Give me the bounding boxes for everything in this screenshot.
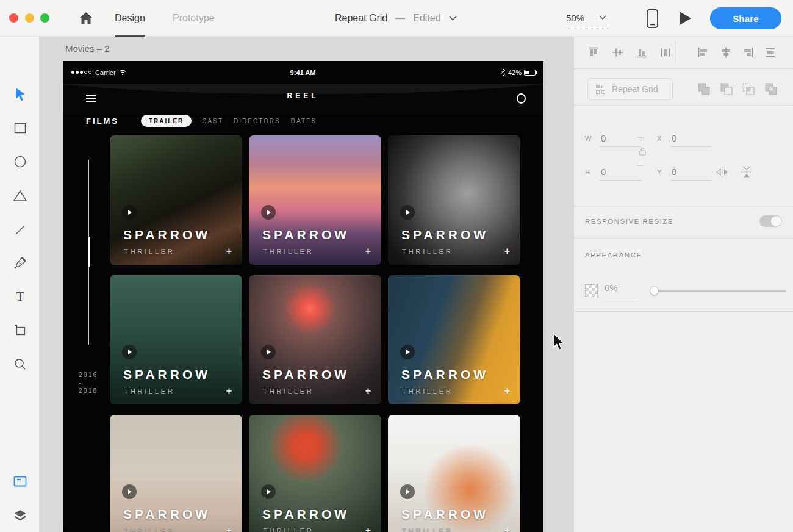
opacity-value[interactable]: 0% bbox=[605, 282, 618, 293]
add-icon[interactable]: + bbox=[365, 246, 371, 257]
play-icon[interactable] bbox=[261, 345, 276, 359]
distribute-horizontal-icon[interactable] bbox=[659, 46, 672, 59]
home-icon[interactable] bbox=[78, 10, 94, 26]
profile-icon[interactable] bbox=[517, 93, 526, 104]
add-icon[interactable]: + bbox=[226, 246, 232, 257]
select-tool[interactable] bbox=[12, 87, 28, 102]
align-bottom-icon[interactable] bbox=[636, 46, 648, 59]
lock-aspect-icon[interactable] bbox=[639, 147, 647, 156]
boolean-intersect-icon[interactable] bbox=[742, 82, 755, 96]
timeline-thumb[interactable] bbox=[88, 237, 90, 267]
divider bbox=[574, 105, 793, 106]
add-icon[interactable]: + bbox=[504, 386, 510, 397]
tab-design[interactable]: Design bbox=[115, 0, 145, 37]
height-underline bbox=[600, 180, 641, 181]
add-icon[interactable]: + bbox=[504, 246, 510, 257]
responsive-resize-toggle[interactable] bbox=[759, 215, 782, 227]
add-icon[interactable]: + bbox=[365, 525, 371, 532]
battery-percent: 42% bbox=[508, 69, 522, 76]
zoom-level-control[interactable]: 50% bbox=[566, 0, 606, 37]
y-field[interactable]: 0 bbox=[672, 167, 676, 177]
distribute-vertical-icon[interactable] bbox=[764, 46, 777, 59]
minimize-window-button[interactable] bbox=[25, 13, 34, 23]
document-title-group[interactable]: Repeat Grid — Edited bbox=[335, 0, 457, 37]
filter-directors[interactable]: DIRECTORS bbox=[234, 118, 281, 124]
movie-card[interactable]: SPARROW THRILLER+ bbox=[249, 275, 381, 404]
play-preview-icon[interactable] bbox=[680, 12, 691, 25]
phone-status-bar: Carrier 9:41 AM 42% bbox=[63, 61, 543, 84]
card-genre: THRILLER bbox=[263, 527, 314, 532]
card-title: SPARROW bbox=[123, 507, 210, 522]
divider bbox=[574, 206, 793, 207]
document-title: Repeat Grid bbox=[335, 13, 387, 24]
align-center-icon[interactable] bbox=[720, 46, 732, 59]
movie-card[interactable]: SPARROW THRILLER+ bbox=[388, 135, 520, 265]
artboard-title[interactable]: Movies – 2 bbox=[65, 43, 110, 54]
filter-dates[interactable]: DATES bbox=[291, 118, 317, 124]
link-bracket bbox=[637, 137, 644, 145]
device-preview-icon[interactable] bbox=[647, 9, 658, 28]
close-window-button[interactable] bbox=[9, 13, 18, 23]
design-canvas[interactable]: Movies – 2 Carrier 9:41 AM 42% REEL FILM… bbox=[40, 37, 573, 532]
width-field[interactable]: 0 bbox=[601, 133, 606, 143]
timeline-separator: - bbox=[79, 379, 98, 387]
polygon-tool[interactable] bbox=[12, 188, 28, 204]
zoom-window-button[interactable] bbox=[40, 13, 49, 23]
play-icon[interactable] bbox=[261, 205, 276, 220]
play-icon[interactable] bbox=[122, 484, 137, 499]
play-icon[interactable] bbox=[400, 345, 415, 359]
align-left-icon[interactable] bbox=[697, 46, 709, 59]
align-top-icon[interactable] bbox=[587, 46, 600, 59]
mouse-cursor-icon bbox=[552, 332, 565, 351]
boolean-add-icon[interactable] bbox=[697, 82, 711, 96]
play-icon[interactable] bbox=[400, 205, 415, 220]
artboard-tool[interactable] bbox=[12, 322, 28, 338]
text-tool[interactable]: T bbox=[12, 289, 28, 304]
tab-prototype[interactable]: Prototype bbox=[173, 0, 214, 37]
movie-card[interactable]: SPARROW THRILLER+ bbox=[110, 135, 242, 265]
movie-card[interactable]: SPARROW THRILLER+ bbox=[249, 415, 381, 532]
width-label: W bbox=[585, 135, 591, 142]
screens-panel-icon[interactable] bbox=[12, 473, 28, 489]
pen-tool[interactable] bbox=[12, 255, 28, 271]
movie-card[interactable]: SPARROW THRILLER+ bbox=[110, 275, 242, 404]
filter-trailer[interactable]: TRAILER bbox=[141, 115, 192, 127]
add-icon[interactable]: + bbox=[504, 525, 510, 532]
movie-card[interactable]: SPARROW THRILLER+ bbox=[249, 135, 381, 265]
movie-card[interactable]: SPARROW THRILLER+ bbox=[388, 275, 520, 404]
line-tool[interactable] bbox=[12, 222, 28, 238]
movie-card[interactable]: SPARROW THRILLER+ bbox=[388, 415, 520, 532]
add-icon[interactable]: + bbox=[226, 386, 232, 397]
align-middle-icon[interactable] bbox=[612, 46, 624, 59]
play-icon[interactable] bbox=[400, 484, 415, 499]
opacity-slider-knob[interactable] bbox=[650, 286, 659, 295]
status-time: 9:41 AM bbox=[63, 69, 543, 76]
align-right-icon[interactable] bbox=[742, 46, 754, 59]
height-field[interactable]: 0 bbox=[601, 167, 606, 177]
boolean-subtract-icon[interactable] bbox=[720, 82, 733, 96]
boolean-exclude-icon[interactable] bbox=[764, 82, 778, 96]
play-icon[interactable] bbox=[122, 205, 137, 220]
card-genre: THRILLER bbox=[402, 248, 453, 255]
zoom-level-value: 50% bbox=[566, 13, 584, 23]
artboard-movies-2[interactable]: Carrier 9:41 AM 42% REEL FILMS TRAILER C… bbox=[63, 61, 543, 532]
movie-card[interactable]: SPARROW THRILLER+ bbox=[110, 415, 242, 532]
add-icon[interactable]: + bbox=[226, 525, 232, 532]
card-title: SPARROW bbox=[123, 228, 210, 242]
play-icon[interactable] bbox=[122, 345, 137, 359]
filter-cast[interactable]: CAST bbox=[202, 118, 223, 124]
x-field[interactable]: 0 bbox=[672, 133, 676, 143]
ellipse-tool[interactable] bbox=[12, 154, 28, 170]
add-icon[interactable]: + bbox=[365, 386, 371, 397]
layers-panel-icon[interactable] bbox=[12, 508, 28, 523]
play-icon[interactable] bbox=[261, 484, 276, 499]
card-genre: THRILLER bbox=[402, 527, 453, 532]
card-title: SPARROW bbox=[262, 228, 350, 242]
share-button[interactable]: Share bbox=[710, 7, 781, 29]
flip-horizontal-icon[interactable] bbox=[716, 166, 729, 178]
zoom-tool[interactable] bbox=[12, 356, 28, 372]
repeat-grid-button[interactable]: Repeat Grid bbox=[587, 78, 673, 100]
rectangle-tool[interactable] bbox=[12, 120, 28, 136]
opacity-slider-track[interactable] bbox=[651, 290, 786, 292]
flip-vertical-icon[interactable] bbox=[740, 166, 753, 178]
